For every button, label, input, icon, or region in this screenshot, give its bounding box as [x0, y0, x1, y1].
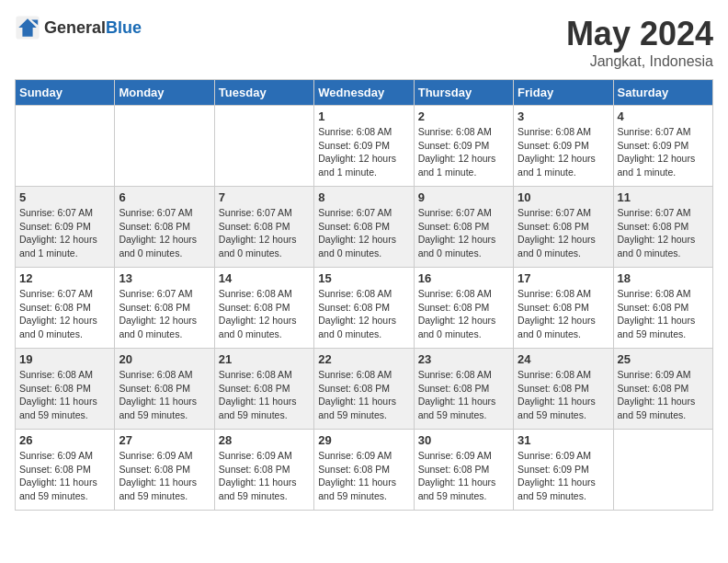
cell-day-number: 25	[618, 352, 709, 366]
header-day-tuesday: Tuesday	[214, 80, 313, 106]
cell-day-number: 16	[418, 271, 509, 285]
cell-info-text: Sunrise: 6:08 AM Sunset: 6:08 PM Dayligh…	[418, 287, 509, 341]
header-day-saturday: Saturday	[613, 80, 712, 106]
cell-info-text: Sunrise: 6:07 AM Sunset: 6:08 PM Dayligh…	[318, 206, 409, 260]
calendar-cell: 20Sunrise: 6:08 AM Sunset: 6:08 PM Dayli…	[115, 349, 214, 430]
calendar-table: SundayMondayTuesdayWednesdayThursdayFrid…	[15, 79, 713, 511]
cell-info-text: Sunrise: 6:09 AM Sunset: 6:08 PM Dayligh…	[618, 368, 709, 422]
calendar-cell: 28Sunrise: 6:09 AM Sunset: 6:08 PM Dayli…	[214, 430, 313, 511]
header-day-monday: Monday	[115, 80, 214, 106]
cell-day-number: 18	[618, 271, 709, 285]
calendar-cell: 23Sunrise: 6:08 AM Sunset: 6:08 PM Dayli…	[414, 349, 513, 430]
calendar-cell: 25Sunrise: 6:09 AM Sunset: 6:08 PM Dayli…	[613, 349, 712, 430]
cell-info-text: Sunrise: 6:07 AM Sunset: 6:08 PM Dayligh…	[618, 206, 709, 260]
cell-day-number: 8	[318, 190, 409, 204]
cell-info-text: Sunrise: 6:07 AM Sunset: 6:08 PM Dayligh…	[19, 287, 110, 341]
calendar-cell: 3Sunrise: 6:08 AM Sunset: 6:09 PM Daylig…	[514, 106, 613, 187]
header-day-friday: Friday	[514, 80, 613, 106]
header-day-wednesday: Wednesday	[314, 80, 414, 106]
cell-day-number: 5	[19, 190, 110, 204]
cell-info-text: Sunrise: 6:07 AM Sunset: 6:08 PM Dayligh…	[219, 206, 310, 260]
cell-info-text: Sunrise: 6:08 AM Sunset: 6:09 PM Dayligh…	[418, 125, 509, 179]
calendar-cell: 31Sunrise: 6:09 AM Sunset: 6:09 PM Dayli…	[514, 430, 613, 511]
header-day-thursday: Thursday	[414, 80, 513, 106]
cell-info-text: Sunrise: 6:07 AM Sunset: 6:09 PM Dayligh…	[19, 206, 110, 260]
week-row-5: 26Sunrise: 6:09 AM Sunset: 6:08 PM Dayli…	[16, 430, 713, 511]
cell-day-number: 1	[318, 109, 409, 123]
calendar-cell: 16Sunrise: 6:08 AM Sunset: 6:08 PM Dayli…	[414, 268, 513, 349]
cell-day-number: 30	[418, 433, 509, 447]
cell-day-number: 9	[418, 190, 509, 204]
cell-day-number: 21	[219, 352, 310, 366]
cell-day-number: 26	[19, 433, 110, 447]
calendar-cell	[613, 430, 712, 511]
calendar-cell: 1Sunrise: 6:08 AM Sunset: 6:09 PM Daylig…	[314, 106, 414, 187]
cell-day-number: 12	[19, 271, 110, 285]
week-row-1: 1Sunrise: 6:08 AM Sunset: 6:09 PM Daylig…	[16, 106, 713, 187]
calendar-cell: 7Sunrise: 6:07 AM Sunset: 6:08 PM Daylig…	[214, 187, 313, 268]
cell-day-number: 31	[518, 433, 609, 447]
calendar-cell: 17Sunrise: 6:08 AM Sunset: 6:08 PM Dayli…	[514, 268, 613, 349]
calendar-cell: 15Sunrise: 6:08 AM Sunset: 6:08 PM Dayli…	[314, 268, 414, 349]
calendar-cell	[115, 106, 214, 187]
calendar-cell: 18Sunrise: 6:08 AM Sunset: 6:08 PM Dayli…	[613, 268, 712, 349]
cell-info-text: Sunrise: 6:08 AM Sunset: 6:08 PM Dayligh…	[318, 368, 409, 422]
cell-info-text: Sunrise: 6:08 AM Sunset: 6:08 PM Dayligh…	[518, 287, 609, 341]
header-row: SundayMondayTuesdayWednesdayThursdayFrid…	[16, 80, 713, 106]
calendar-cell: 5Sunrise: 6:07 AM Sunset: 6:09 PM Daylig…	[16, 187, 115, 268]
cell-info-text: Sunrise: 6:08 AM Sunset: 6:09 PM Dayligh…	[518, 125, 609, 179]
cell-info-text: Sunrise: 6:09 AM Sunset: 6:08 PM Dayligh…	[19, 449, 110, 503]
cell-info-text: Sunrise: 6:09 AM Sunset: 6:08 PM Dayligh…	[119, 449, 210, 503]
cell-info-text: Sunrise: 6:08 AM Sunset: 6:08 PM Dayligh…	[219, 368, 310, 422]
calendar-cell: 29Sunrise: 6:09 AM Sunset: 6:08 PM Dayli…	[314, 430, 414, 511]
cell-info-text: Sunrise: 6:09 AM Sunset: 6:09 PM Dayligh…	[518, 449, 609, 503]
cell-info-text: Sunrise: 6:08 AM Sunset: 6:08 PM Dayligh…	[418, 368, 509, 422]
cell-day-number: 20	[119, 352, 210, 366]
calendar-cell: 26Sunrise: 6:09 AM Sunset: 6:08 PM Dayli…	[16, 430, 115, 511]
cell-day-number: 3	[518, 109, 609, 123]
cell-info-text: Sunrise: 6:07 AM Sunset: 6:09 PM Dayligh…	[618, 125, 709, 179]
cell-day-number: 4	[618, 109, 709, 123]
cell-info-text: Sunrise: 6:09 AM Sunset: 6:08 PM Dayligh…	[318, 449, 409, 503]
calendar-title: May 2024	[566, 15, 713, 53]
cell-day-number: 11	[618, 190, 709, 204]
cell-info-text: Sunrise: 6:09 AM Sunset: 6:08 PM Dayligh…	[418, 449, 509, 503]
calendar-cell: 9Sunrise: 6:07 AM Sunset: 6:08 PM Daylig…	[414, 187, 513, 268]
calendar-cell: 21Sunrise: 6:08 AM Sunset: 6:08 PM Dayli…	[214, 349, 313, 430]
calendar-cell: 13Sunrise: 6:07 AM Sunset: 6:08 PM Dayli…	[115, 268, 214, 349]
week-row-4: 19Sunrise: 6:08 AM Sunset: 6:08 PM Dayli…	[16, 349, 713, 430]
cell-info-text: Sunrise: 6:08 AM Sunset: 6:08 PM Dayligh…	[219, 287, 310, 341]
calendar-cell: 8Sunrise: 6:07 AM Sunset: 6:08 PM Daylig…	[314, 187, 414, 268]
cell-day-number: 29	[318, 433, 409, 447]
cell-day-number: 22	[318, 352, 409, 366]
cell-day-number: 28	[219, 433, 310, 447]
cell-day-number: 6	[119, 190, 210, 204]
title-area: May 2024 Jangkat, Indonesia	[566, 15, 713, 70]
calendar-cell	[214, 106, 313, 187]
cell-day-number: 7	[219, 190, 310, 204]
cell-info-text: Sunrise: 6:08 AM Sunset: 6:08 PM Dayligh…	[618, 287, 709, 341]
logo-icon	[15, 15, 40, 40]
cell-day-number: 27	[119, 433, 210, 447]
calendar-cell: 24Sunrise: 6:08 AM Sunset: 6:08 PM Dayli…	[514, 349, 613, 430]
week-row-3: 12Sunrise: 6:07 AM Sunset: 6:08 PM Dayli…	[16, 268, 713, 349]
calendar-cell: 4Sunrise: 6:07 AM Sunset: 6:09 PM Daylig…	[613, 106, 712, 187]
cell-day-number: 10	[518, 190, 609, 204]
cell-info-text: Sunrise: 6:07 AM Sunset: 6:08 PM Dayligh…	[518, 206, 609, 260]
cell-info-text: Sunrise: 6:07 AM Sunset: 6:08 PM Dayligh…	[119, 287, 210, 341]
cell-day-number: 17	[518, 271, 609, 285]
calendar-subtitle: Jangkat, Indonesia	[566, 53, 713, 70]
calendar-cell: 27Sunrise: 6:09 AM Sunset: 6:08 PM Dayli…	[115, 430, 214, 511]
cell-day-number: 2	[418, 109, 509, 123]
cell-info-text: Sunrise: 6:08 AM Sunset: 6:08 PM Dayligh…	[19, 368, 110, 422]
calendar-cell: 11Sunrise: 6:07 AM Sunset: 6:08 PM Dayli…	[613, 187, 712, 268]
cell-info-text: Sunrise: 6:08 AM Sunset: 6:08 PM Dayligh…	[318, 287, 409, 341]
cell-info-text: Sunrise: 6:07 AM Sunset: 6:08 PM Dayligh…	[418, 206, 509, 260]
cell-day-number: 23	[418, 352, 509, 366]
week-row-2: 5Sunrise: 6:07 AM Sunset: 6:09 PM Daylig…	[16, 187, 713, 268]
cell-day-number: 24	[518, 352, 609, 366]
calendar-cell: 14Sunrise: 6:08 AM Sunset: 6:08 PM Dayli…	[214, 268, 313, 349]
cell-day-number: 13	[119, 271, 210, 285]
calendar-cell: 6Sunrise: 6:07 AM Sunset: 6:08 PM Daylig…	[115, 187, 214, 268]
logo-blue-text: Blue	[106, 18, 142, 37]
